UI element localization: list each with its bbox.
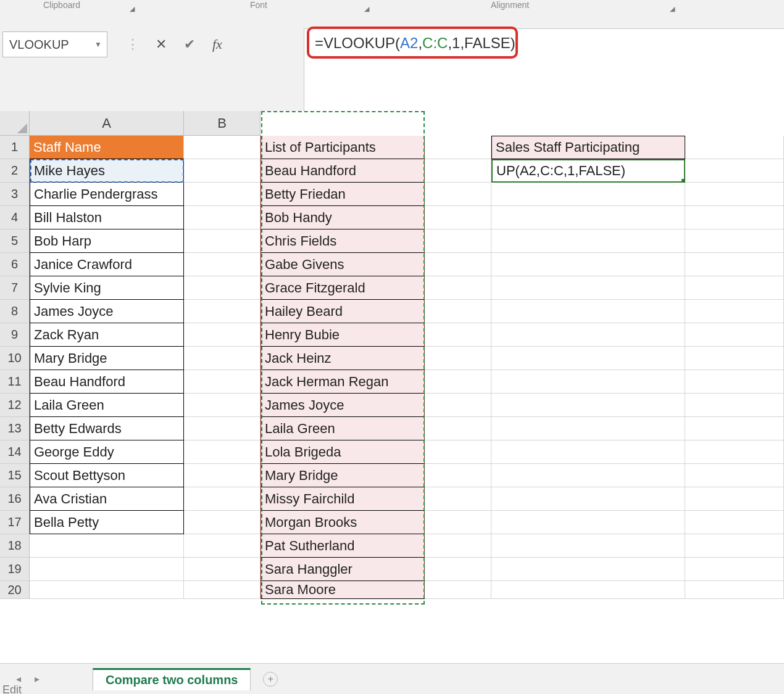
row-header-13[interactable]: 13 (0, 417, 30, 440)
cell-D18[interactable] (425, 534, 491, 558)
new-sheet-button[interactable]: + (263, 672, 278, 687)
row-header-2[interactable]: 2 (0, 159, 30, 183)
cell-rest-2[interactable] (685, 159, 784, 183)
cell-C15[interactable]: Mary Bridge (261, 464, 425, 487)
cell-rest-13[interactable] (685, 417, 784, 440)
row-header-5[interactable]: 5 (0, 229, 30, 253)
cell-B6[interactable] (184, 253, 261, 276)
cell-D16[interactable] (425, 487, 491, 511)
cell-C19[interactable]: Sara Hanggler (261, 558, 425, 581)
cell-A18[interactable] (30, 534, 184, 558)
cell-E14[interactable] (491, 440, 685, 464)
cell-rest-4[interactable] (685, 206, 784, 229)
cell-E9[interactable] (491, 323, 685, 347)
cell-E19[interactable] (491, 558, 685, 581)
cell-rest-12[interactable] (685, 394, 784, 417)
cell-E16[interactable] (491, 487, 685, 511)
cell-B16[interactable] (184, 487, 261, 511)
cell-A13[interactable]: Betty Edwards (30, 417, 184, 440)
cell-E8[interactable] (491, 300, 685, 323)
cell-D9[interactable] (425, 323, 491, 347)
row-header-17[interactable]: 17 (0, 511, 30, 534)
cell-D12[interactable] (425, 394, 491, 417)
cell-rest-18[interactable] (685, 534, 784, 558)
formula-text[interactable]: =VLOOKUP(A2,C:C,1,FALSE) (315, 35, 515, 52)
cell-D19[interactable] (425, 558, 491, 581)
column-header-B[interactable]: B (184, 111, 261, 136)
row-header-1[interactable]: 1 (0, 136, 30, 159)
cell-C16[interactable]: Missy Fairchild (261, 487, 425, 511)
cell-C8[interactable]: Hailey Beard (261, 300, 425, 323)
cell-E18[interactable] (491, 534, 685, 558)
enter-button[interactable]: ✔ (184, 36, 195, 52)
cell-E3[interactable] (491, 183, 685, 206)
cell-E5[interactable] (491, 229, 685, 253)
cell-B18[interactable] (184, 534, 261, 558)
cell-A15[interactable]: Scout Bettyson (30, 464, 184, 487)
cell-rest-1[interactable] (685, 136, 784, 159)
cell-rest-10[interactable] (685, 347, 784, 370)
cell-E7[interactable] (491, 276, 685, 300)
chevron-down-icon[interactable]: ▼ (94, 40, 102, 49)
cell-B13[interactable] (184, 417, 261, 440)
cell-B7[interactable] (184, 276, 261, 300)
cell-B12[interactable] (184, 394, 261, 417)
cell-E17[interactable] (491, 511, 685, 534)
dialog-launcher-icon[interactable]: ◢ (670, 5, 675, 13)
cell-C6[interactable]: Gabe Givens (261, 253, 425, 276)
cell-E12[interactable] (491, 394, 685, 417)
cell-A4[interactable]: Bill Halston (30, 206, 184, 229)
cell-A10[interactable]: Mary Bridge (30, 347, 184, 370)
cell-C7[interactable]: Grace Fitzgerald (261, 276, 425, 300)
cell-C4[interactable]: Bob Handy (261, 206, 425, 229)
cell-D20[interactable] (425, 581, 491, 599)
cell-B19[interactable] (184, 558, 261, 581)
cell-B4[interactable] (184, 206, 261, 229)
cell-D8[interactable] (425, 300, 491, 323)
cell-E2[interactable]: UP(A2,C:C,1,FALSE) (491, 159, 685, 183)
dialog-launcher-icon[interactable]: ◢ (130, 5, 135, 13)
cell-rest-8[interactable] (685, 300, 784, 323)
cell-rest-11[interactable] (685, 370, 784, 394)
cell-A2[interactable]: Mike Hayes (30, 159, 184, 183)
cell-C1[interactable]: List of Participants (261, 136, 425, 159)
name-box[interactable]: VLOOKUP ▼ (2, 31, 107, 57)
cell-B20[interactable] (184, 581, 261, 599)
row-header-6[interactable]: 6 (0, 253, 30, 276)
cell-A20[interactable] (30, 581, 184, 599)
cell-A6[interactable]: Janice Crawford (30, 253, 184, 276)
row-header-15[interactable]: 15 (0, 464, 30, 487)
cell-B11[interactable] (184, 370, 261, 394)
cell-E1[interactable]: Sales Staff Participating (491, 136, 685, 159)
cell-E4[interactable] (491, 206, 685, 229)
cancel-button[interactable]: ✕ (156, 36, 167, 52)
cell-rest-19[interactable] (685, 558, 784, 581)
cell-D3[interactable] (425, 183, 491, 206)
cell-D14[interactable] (425, 440, 491, 464)
sheet-tab-active[interactable]: Compare two columns (93, 668, 251, 690)
cell-C12[interactable]: James Joyce (261, 394, 425, 417)
cell-C3[interactable]: Betty Friedan (261, 183, 425, 206)
row-header-3[interactable]: 3 (0, 183, 30, 206)
cell-D4[interactable] (425, 206, 491, 229)
cell-A7[interactable]: Sylvie King (30, 276, 184, 300)
cell-D6[interactable] (425, 253, 491, 276)
tab-nav-next[interactable]: ▸ (31, 673, 43, 685)
cell-A16[interactable]: Ava Cristian (30, 487, 184, 511)
cell-D15[interactable] (425, 464, 491, 487)
cell-A19[interactable] (30, 558, 184, 581)
cell-rest-9[interactable] (685, 323, 784, 347)
cell-B9[interactable] (184, 323, 261, 347)
cell-A17[interactable]: Bella Petty (30, 511, 184, 534)
cell-C13[interactable]: Laila Green (261, 417, 425, 440)
row-header-7[interactable]: 7 (0, 276, 30, 300)
cell-B14[interactable] (184, 440, 261, 464)
cell-A12[interactable]: Laila Green (30, 394, 184, 417)
cell-C2[interactable]: Beau Handford (261, 159, 425, 183)
row-header-19[interactable]: 19 (0, 558, 30, 581)
cell-B8[interactable] (184, 300, 261, 323)
cell-rest-7[interactable] (685, 276, 784, 300)
row-header-16[interactable]: 16 (0, 487, 30, 511)
cell-rest-15[interactable] (685, 464, 784, 487)
cell-E13[interactable] (491, 417, 685, 440)
